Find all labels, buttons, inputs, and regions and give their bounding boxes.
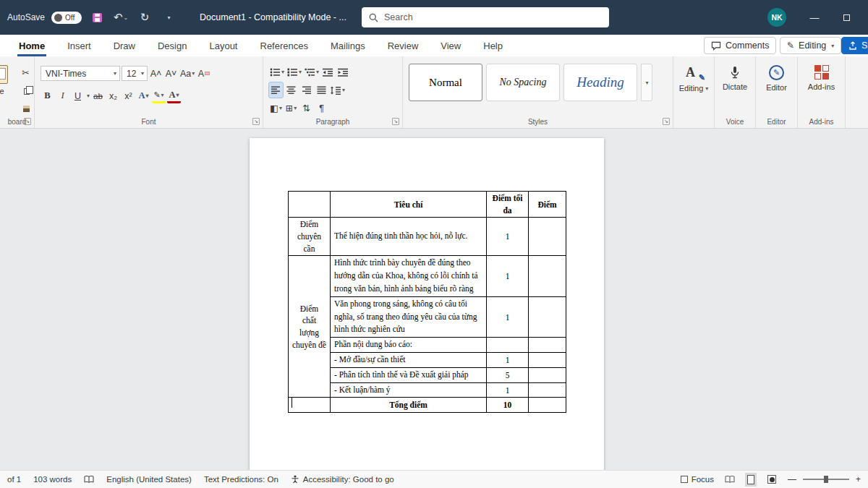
zoom-slider-thumb[interactable] <box>824 476 828 483</box>
document-page[interactable]: Tiêu chí Điểm tối đa Điểm Điểm chuyên cầ… <box>250 138 604 470</box>
word-count[interactable]: 103 words <box>33 475 72 484</box>
score-cell[interactable] <box>529 338 566 353</box>
style-heading[interactable]: Heading <box>563 64 637 101</box>
shrink-font-button[interactable]: A˅ <box>164 66 178 81</box>
score-cell[interactable] <box>529 353 566 368</box>
styles-dialog-launcher[interactable]: ↘ <box>663 118 670 125</box>
document-canvas[interactable]: Tiêu chí Điểm tối đa Điểm Điểm chuyên cầ… <box>0 129 868 470</box>
accessibility-status[interactable]: Accessibility: Good to go <box>291 475 394 484</box>
zoom-in-button[interactable]: + <box>856 474 861 484</box>
sort-button[interactable]: ⇅ <box>299 100 313 116</box>
superscript-button[interactable]: x² <box>122 88 135 103</box>
editing-mode-button[interactable]: ✎ Editing ▾ <box>780 37 841 54</box>
format-painter-button[interactable] <box>19 101 33 116</box>
numbering-button[interactable]: ▾ <box>286 64 302 80</box>
score-cell[interactable] <box>529 398 566 413</box>
tab-references[interactable]: References <box>259 35 310 56</box>
style-no-spacing[interactable]: No Spacing <box>486 64 560 101</box>
font-name-select[interactable]: VNI-Times ▾ <box>41 66 120 81</box>
header-diem[interactable]: Điểm <box>529 192 566 218</box>
group-label-cell[interactable]: Điểm chất lượng chuyên đề <box>289 256 331 398</box>
score-cell[interactable] <box>529 296 566 337</box>
zoom-slider[interactable] <box>803 479 849 480</box>
search-input[interactable]: Search <box>362 7 609 27</box>
underline-button[interactable]: U <box>71 88 85 103</box>
tab-design[interactable]: Design <box>156 35 188 56</box>
quick-access-more-button[interactable]: ▾ <box>160 7 177 27</box>
strikethrough-button[interactable]: ab <box>91 88 105 103</box>
max-score-cell[interactable]: 1 <box>487 382 529 398</box>
max-score-cell[interactable]: 5 <box>487 367 529 382</box>
score-cell[interactable] <box>529 367 566 382</box>
add-ins-button[interactable]: Add-ins <box>798 56 845 91</box>
paste-button[interactable]: te <box>0 65 12 103</box>
bullets-button[interactable]: ▾ <box>269 64 285 80</box>
font-dialog-launcher[interactable]: ↘ <box>252 118 260 125</box>
total-label-cell[interactable]: Tổng điểm <box>331 398 487 413</box>
max-score-cell[interactable]: 1 <box>487 296 529 337</box>
clear-formatting-button[interactable]: A <box>197 66 210 81</box>
cut-button[interactable]: ✂ <box>19 65 33 80</box>
criteria-cell[interactable]: Văn phong trong sáng, không có câu tối n… <box>331 296 487 337</box>
read-mode-button[interactable] <box>725 474 735 484</box>
header-diem-toi-da[interactable]: Điểm tối đa <box>487 192 529 218</box>
tab-review[interactable]: Review <box>386 35 420 56</box>
focus-button[interactable]: Focus <box>681 475 714 484</box>
redo-button[interactable]: ↻ <box>136 7 153 27</box>
line-spacing-button[interactable]: ▾ <box>330 82 346 98</box>
styles-gallery-more-button[interactable]: ▾ <box>641 64 652 101</box>
tab-mailings[interactable]: Mailings <box>329 35 367 56</box>
restore-button[interactable] <box>830 0 862 35</box>
autosave-toggle[interactable]: Off <box>51 12 82 24</box>
table-cell[interactable] <box>289 192 331 218</box>
print-layout-button[interactable] <box>746 474 756 484</box>
font-color-button[interactable]: A▾ <box>167 88 181 103</box>
borders-button[interactable]: ⊞▾ <box>284 100 298 116</box>
save-button[interactable] <box>88 7 106 27</box>
max-score-cell[interactable]: 1 <box>487 218 529 256</box>
tab-help[interactable]: Help <box>482 35 504 56</box>
paragraph-dialog-launcher[interactable]: ↘ <box>392 118 399 125</box>
max-score-cell[interactable] <box>487 338 529 353</box>
subscript-button[interactable]: x₂ <box>106 88 120 103</box>
share-button[interactable]: Sha <box>841 37 868 54</box>
italic-button[interactable]: I <box>56 88 69 103</box>
table-cell[interactable] <box>289 398 331 413</box>
comments-button[interactable]: Comments <box>704 37 776 54</box>
total-value-cell[interactable]: 10 <box>487 398 529 413</box>
grow-font-button[interactable]: A˄ <box>149 66 163 81</box>
shading-button[interactable]: ◧▾ <box>269 100 283 116</box>
font-size-select[interactable]: 12 ▾ <box>122 66 148 81</box>
text-predictions-indicator[interactable]: Text Predictions: On <box>204 475 278 484</box>
score-cell[interactable] <box>529 382 566 398</box>
clipboard-dialog-launcher[interactable]: ↘ <box>24 118 31 125</box>
tab-home[interactable]: Home <box>17 35 46 56</box>
criteria-cell[interactable]: - Mở đầu/sự cần thiết <box>331 353 487 368</box>
change-case-button[interactable]: Aa▾ <box>179 66 195 81</box>
max-score-cell[interactable]: 1 <box>487 256 529 296</box>
show-hide-marks-button[interactable]: ¶ <box>315 100 328 116</box>
editing-button[interactable]: A✎ Editing▾ <box>673 56 714 93</box>
criteria-cell[interactable]: - Phân tích tình thế và Đề xuất giải phá… <box>331 367 487 382</box>
multilevel-list-button[interactable]: ▾ <box>304 64 320 80</box>
align-left-button[interactable] <box>269 82 283 98</box>
criteria-cell[interactable]: Hình thức trình bày chuyên đề đúng theo … <box>331 256 487 296</box>
tab-view[interactable]: View <box>439 35 462 56</box>
chevron-down-icon[interactable]: ▾ <box>87 93 90 99</box>
group-label-cell[interactable]: Điểm chuyên cần <box>289 218 331 256</box>
align-right-button[interactable] <box>299 82 313 98</box>
tab-insert[interactable]: Insert <box>66 35 93 56</box>
text-effects-button[interactable]: A▾ <box>137 88 150 103</box>
minimize-button[interactable]: — <box>799 0 830 35</box>
style-normal[interactable]: Normal <box>409 64 482 101</box>
tab-layout[interactable]: Layout <box>208 35 239 56</box>
language-indicator[interactable]: English (United States) <box>106 475 192 484</box>
proofing-button[interactable] <box>84 476 94 484</box>
decrease-indent-button[interactable] <box>321 64 335 80</box>
justify-button[interactable] <box>315 82 328 98</box>
highlight-button[interactable]: ✎▾ <box>152 88 166 103</box>
max-score-cell[interactable]: 1 <box>487 353 529 368</box>
copy-button[interactable] <box>19 83 33 98</box>
bold-button[interactable]: B <box>41 88 54 103</box>
score-cell[interactable] <box>529 256 566 296</box>
